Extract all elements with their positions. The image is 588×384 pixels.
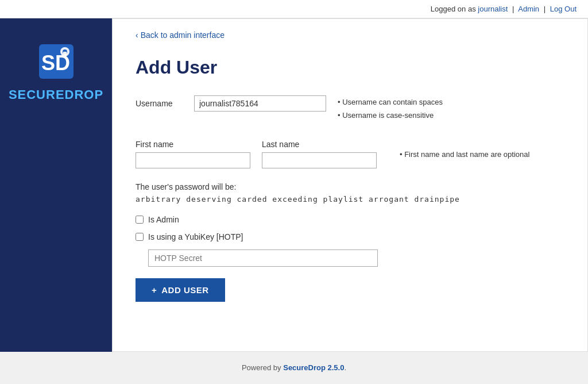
logo-secure: SECURE <box>9 87 65 102</box>
add-user-button[interactable]: + ADD USER <box>136 278 225 302</box>
is-admin-checkbox[interactable] <box>136 216 144 224</box>
username-hint-1: Username can contain spaces <box>338 95 443 109</box>
page-title: Add User <box>136 57 564 78</box>
last-name-input[interactable] <box>262 152 377 168</box>
is-admin-label[interactable]: Is Admin <box>148 215 179 224</box>
back-link-text: Back to admin interface <box>141 30 225 40</box>
sidebar: SD SECUREDROP <box>0 18 112 352</box>
footer-link[interactable]: SecureDrop 2.5.0 <box>283 363 344 372</box>
svg-rect-4 <box>63 52 67 56</box>
logo-text: SECUREDROP <box>9 87 103 102</box>
add-user-label: ADD USER <box>161 285 208 295</box>
first-name-field: First name <box>136 136 250 168</box>
footer-period: . <box>344 363 346 372</box>
password-section: The user's password will be: arbitrary d… <box>136 182 564 203</box>
separator2: | <box>544 5 546 13</box>
add-user-icon: + <box>152 285 157 295</box>
password-label: The user's password will be: <box>136 182 564 191</box>
footer-powered-by: Powered by <box>242 363 281 372</box>
logout-link[interactable]: Log Out <box>550 5 577 13</box>
first-name-input[interactable] <box>136 152 250 168</box>
username-label: Username <box>136 95 187 108</box>
back-chevron-icon: ‹ <box>136 30 138 40</box>
is-admin-row: Is Admin <box>136 215 564 224</box>
back-to-admin-link[interactable]: ‹ Back to admin interface <box>136 30 225 40</box>
last-name-label: Last name <box>262 136 370 149</box>
username-group: Username Username can contain spaces Use… <box>136 95 564 122</box>
journalist-link[interactable]: journalist <box>478 5 508 13</box>
footer: Powered by SecureDrop 2.5.0. <box>0 352 588 383</box>
last-name-field: Last name <box>262 136 377 168</box>
admin-link[interactable]: Admin <box>518 5 539 13</box>
top-bar: Logged on as journalist | Admin | Log Ou… <box>0 0 588 18</box>
logo: SD SECUREDROP <box>9 36 103 102</box>
name-row: First name Last name First name and last… <box>136 136 564 168</box>
username-input[interactable] <box>194 95 326 112</box>
password-value: arbitrary deserving carded exceeding pla… <box>136 195 564 203</box>
main-layout: SD SECUREDROP ‹ Back to admin interface … <box>0 18 588 352</box>
username-hints: Username can contain spaces Username is … <box>338 95 443 122</box>
yubikey-label[interactable]: Is using a YubiKey [HOTP] <box>148 232 243 241</box>
logged-on-as-text: Logged on as <box>431 5 476 13</box>
name-hint: First name and last name are optional <box>400 136 529 159</box>
securedrop-logo-icon: SD <box>33 36 79 82</box>
first-name-label: First name <box>136 136 243 149</box>
main-content: ‹ Back to admin interface Add User Usern… <box>112 18 588 352</box>
hotp-secret-input[interactable] <box>148 249 378 267</box>
separator1: | <box>512 5 514 13</box>
logo-drop: DROP <box>65 87 104 102</box>
username-hint-2: Username is case-sensitive <box>338 109 443 122</box>
yubikey-checkbox[interactable] <box>136 233 144 241</box>
yubikey-row: Is using a YubiKey [HOTP] <box>136 232 564 241</box>
